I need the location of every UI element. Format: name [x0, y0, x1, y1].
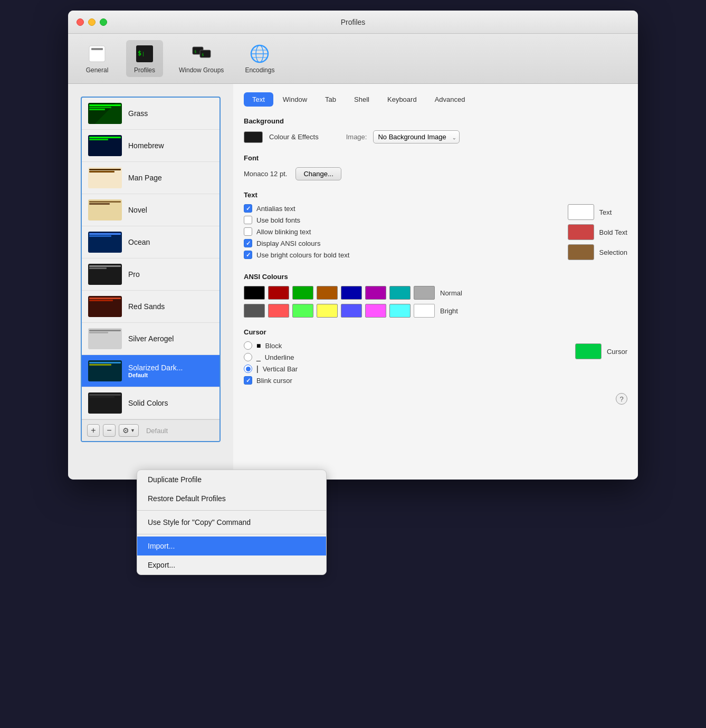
cursor-block-label: Block — [265, 342, 282, 350]
profile-item-redsands[interactable]: Red Sands — [82, 291, 220, 323]
profile-item-pro[interactable]: Pro — [82, 258, 220, 291]
background-image-select-wrapper: No Background Image — [373, 130, 460, 143]
text-options: Antialias text Use bold fonts Allow blin… — [244, 204, 627, 262]
bold-fonts-label: Use bold fonts — [256, 216, 300, 224]
cursor-underline-radio[interactable] — [244, 353, 252, 361]
ansi-bright-3[interactable] — [317, 304, 338, 318]
profile-item-silver[interactable]: Silver Aerogel — [82, 323, 220, 355]
ansi-colors-checkbox[interactable] — [244, 239, 252, 247]
text-title: Text — [244, 191, 627, 199]
toolbar-item-profiles[interactable]: $ | Profiles — [126, 40, 163, 77]
toolbar-item-encodings[interactable]: Encodings — [240, 40, 280, 77]
tab-advanced[interactable]: Advanced — [426, 92, 474, 107]
tab-keyboard[interactable]: Keyboard — [379, 92, 425, 107]
text-color-swatch[interactable] — [568, 204, 594, 220]
ansi-normal-2[interactable] — [292, 286, 313, 300]
blink-cursor-checkbox[interactable] — [244, 376, 252, 385]
dropdown-item-import[interactable]: Import... — [137, 537, 326, 555]
background-section: Background Colour & Effects Image: No Ba… — [244, 117, 627, 143]
bold-text-color-row: Bold Text — [568, 224, 627, 240]
profile-thumbnail-ocean — [88, 232, 122, 253]
profile-item-solid[interactable]: Solid Colors — [82, 387, 220, 419]
profile-item-novel[interactable]: Novel — [82, 194, 220, 226]
default-button[interactable]: Default — [142, 427, 172, 435]
dropdown-item-usestyle[interactable]: Use Style for "Copy" Command — [137, 513, 326, 532]
close-button[interactable] — [77, 18, 84, 26]
toolbar-item-general[interactable]: General — [79, 40, 116, 77]
change-font-button[interactable]: Change... — [295, 167, 341, 180]
minimize-button[interactable] — [88, 18, 96, 26]
ansi-normal-7[interactable] — [414, 286, 435, 300]
windowgroups-label: Window Groups — [179, 66, 224, 74]
profile-name-novel: Novel — [128, 206, 213, 214]
tab-shell[interactable]: Shell — [346, 92, 378, 107]
background-image-select[interactable]: No Background Image — [373, 130, 460, 143]
color-effects-label: Colour & Effects — [269, 133, 319, 141]
ansi-bright-row: Bright — [244, 304, 627, 318]
text-section: Text Antialias text Use bold fonts — [244, 191, 627, 262]
tab-tab[interactable]: Tab — [317, 92, 345, 107]
antialias-checkbox[interactable] — [244, 204, 252, 213]
remove-profile-button[interactable]: − — [103, 424, 116, 437]
profile-info-solid: Solid Colors — [128, 399, 213, 407]
blinking-checkbox[interactable] — [244, 227, 252, 236]
dropdown-item-duplicate[interactable]: Duplicate Profile — [137, 470, 326, 489]
gear-menu-button[interactable]: ⚙ ▼ — [119, 424, 139, 437]
tab-text[interactable]: Text — [244, 92, 273, 107]
ansi-normal-0[interactable] — [244, 286, 265, 300]
profile-item-manpage[interactable]: Man Page — [82, 162, 220, 194]
blinking-label: Allow blinking text — [256, 228, 311, 236]
cursor-vbar-radio[interactable] — [244, 365, 252, 373]
dropdown-item-export[interactable]: Export... — [137, 555, 326, 574]
profile-name-homebrew: Homebrew — [128, 141, 213, 150]
ansi-bright-0[interactable] — [244, 304, 265, 318]
ansi-bright-5[interactable] — [365, 304, 386, 318]
ansi-bright-7[interactable] — [414, 304, 435, 318]
ansi-normal-6[interactable] — [389, 286, 411, 300]
profile-item-ocean[interactable]: Ocean — [82, 226, 220, 258]
help-button[interactable]: ? — [616, 393, 627, 405]
ansi-bright-4[interactable] — [341, 304, 362, 318]
antialias-row: Antialias text — [244, 204, 557, 213]
profile-list: Grass Homebrew — [82, 98, 220, 419]
background-color-swatch[interactable] — [244, 131, 263, 143]
ansi-bright-1[interactable] — [268, 304, 289, 318]
cursor-block-radio[interactable] — [244, 341, 252, 350]
bold-fonts-checkbox[interactable] — [244, 216, 252, 224]
profile-info-homebrew: Homebrew — [128, 141, 213, 150]
profile-item-grass[interactable]: Grass — [82, 98, 220, 130]
ansi-normal-4[interactable] — [341, 286, 362, 300]
profile-item-solarized[interactable]: Solarized Dark... Default — [82, 355, 220, 387]
selection-color-swatch[interactable] — [568, 244, 594, 260]
dropdown-item-restore[interactable]: Restore Default Profiles — [137, 489, 326, 508]
ansi-normal-row: Normal — [244, 286, 627, 300]
cursor-block-row: ■ Block — [244, 341, 554, 350]
font-section: Font Monaco 12 pt. Change... — [244, 154, 627, 180]
bright-colors-row: Use bright colours for bold text — [244, 251, 557, 259]
gear-icon: ⚙ — [122, 426, 129, 435]
ansi-bright-2[interactable] — [292, 304, 313, 318]
content-area: Grass Homebrew — [68, 84, 638, 480]
profile-name-silver: Silver Aerogel — [128, 334, 213, 343]
maximize-button[interactable] — [100, 18, 107, 26]
ansi-section: ANSI Colours Normal — [244, 273, 627, 318]
add-profile-button[interactable]: + — [87, 424, 100, 437]
cursor-color-swatch[interactable] — [575, 343, 602, 359]
window-title: Profiles — [341, 18, 366, 26]
ansi-normal-1[interactable] — [268, 286, 289, 300]
bold-fonts-row: Use bold fonts — [244, 216, 557, 224]
selection-color-label: Selection — [599, 248, 627, 256]
bold-text-color-swatch[interactable] — [568, 224, 594, 240]
ansi-normal-5[interactable] — [365, 286, 386, 300]
profile-item-homebrew[interactable]: Homebrew — [82, 130, 220, 162]
bright-colors-checkbox[interactable] — [244, 251, 252, 259]
cursor-right: Cursor — [575, 343, 627, 359]
profile-name-grass: Grass — [128, 109, 213, 118]
tab-window[interactable]: Window — [274, 92, 316, 107]
ansi-bright-6[interactable] — [389, 304, 411, 318]
toolbar-item-windowgroups[interactable]: $ $ Window Groups — [174, 40, 229, 77]
text-color-label: Text — [599, 208, 612, 216]
ansi-normal-3[interactable] — [317, 286, 338, 300]
blink-cursor-label: Blink cursor — [256, 377, 292, 385]
image-label: Image: — [346, 133, 367, 141]
